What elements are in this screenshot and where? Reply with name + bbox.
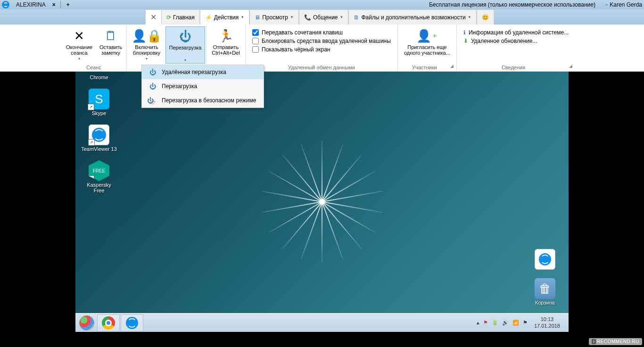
power-icon: ⏻ [179, 29, 191, 44]
user-label: − Karen Gerda [595, 1, 642, 8]
group-label-participants: Участники [399, 64, 450, 71]
teamviewer-icon [126, 317, 138, 329]
ribbon-group-info: ℹИнформация об удаленной системе... ⬇Уда… [457, 25, 575, 71]
desktop-icons-right: 🗑 Корзина [527, 249, 563, 306]
ribbon-group-session: ✕ Окончание сеанса▾ 🗒 Оставить заметку С… [61, 25, 127, 71]
person-add-icon: 👤＋ [416, 28, 438, 43]
taskbar-teamviewer[interactable] [121, 314, 143, 331]
home-icon: ⟳ [166, 14, 171, 21]
desktop-icon-recycle-bin[interactable]: 🗑 Корзина [527, 278, 563, 306]
desktop-icons-left: Chrome S↗ Skype ↗ TeamViewer 13 FREE↗ Ka… [81, 74, 117, 193]
windows-orb-icon [79, 315, 94, 330]
desktop-icon-teamviewer[interactable]: ↗ TeamViewer 13 [81, 124, 117, 152]
chevron-down-icon: ▼ [340, 15, 344, 19]
tray-volume-icon[interactable]: 🔊 [502, 320, 509, 326]
tray-flag-icon[interactable]: ⚑ [523, 320, 528, 326]
expand-info-icon[interactable]: ◢ [569, 64, 574, 71]
wallpaper-dandelion [251, 131, 393, 273]
kaspersky-icon: FREE↗ [89, 160, 109, 181]
enable-lock-button[interactable]: 👤🔒 Включить блокировку▾ [128, 26, 165, 64]
remote-desktop-view: Chrome S↗ Skype ↗ TeamViewer 13 FREE↗ Ka… [75, 72, 569, 332]
phone-icon: 📞 [304, 14, 311, 21]
tray-clock[interactable]: 10:13 17.01.2018 [531, 316, 563, 329]
teamviewer-logo-icon [2, 1, 9, 8]
taskbar: ▴ ⚑ 🔋 🔊 📶 ⚑ 10:13 17.01.2018 [75, 313, 569, 332]
expand-participants-icon[interactable]: ◢ [450, 64, 455, 71]
chevron-down-icon: ▼ [290, 15, 294, 19]
watermark: iRECOMMEND.RU [589, 338, 642, 345]
shortcut-arrow-icon: ↗ [88, 139, 95, 146]
leave-note-button[interactable]: 🗒 Оставить заметку [96, 26, 125, 64]
invite-participant-button[interactable]: 👤＋ Пригласить еще одного участника... [399, 26, 455, 64]
smiley-icon: 😊 [482, 14, 489, 21]
shield-power-icon: ⏻🛡 [149, 96, 157, 105]
tray-network-icon[interactable]: 📶 [512, 320, 519, 326]
power-icon: ⏻ [149, 82, 157, 91]
files-icon: 🗎 [354, 14, 359, 21]
ribbon-group-remote-input: Передавать сочетания клавиш Блокировать … [246, 25, 398, 71]
system-tray: ▴ ⚑ 🔋 🔊 📶 ⚑ 10:13 17.01.2018 [473, 316, 567, 329]
x-icon: ✕ [74, 28, 84, 43]
monitor-icon: 🖥 [255, 14, 260, 21]
dropdown-remote-reboot[interactable]: ⏻ Удалённая перезагрузка [142, 65, 264, 79]
dropdown-reboot[interactable]: ⏻ Перезагрузка [142, 79, 264, 93]
dropdown-safe-mode-reboot[interactable]: ⏻🛡 Перезагрузка в безопасном режиме [142, 93, 264, 107]
tab-communicate[interactable]: 📞 Общение ▼ [299, 9, 349, 25]
reboot-button[interactable]: ⏻ Перезагрузка▾ [165, 26, 205, 64]
group-label-remote-data: Удаленный обмен данными [247, 64, 396, 71]
desktop-icon-chrome[interactable]: Chrome [81, 74, 117, 80]
note-icon: 🗒 [105, 28, 117, 43]
toolbar-tabs: ✕ ⟳ Главная ⚡ Действия ▼ 🖥 Просмотр ▼ 📞 … [0, 9, 644, 25]
tab-view[interactable]: 🖥 Просмотр ▼ [249, 9, 299, 25]
power-icon: ⏻ [149, 68, 157, 76]
tray-battery-icon[interactable]: 🔋 [492, 320, 498, 326]
session-tab-name[interactable]: ALEXIRINA [12, 1, 50, 8]
titlebar: ALEXIRINA × + Бесплатная лицензия (тольк… [0, 0, 644, 9]
license-label: Бесплатная лицензия (только некоммерческ… [429, 1, 595, 8]
checkbox-black-screen[interactable]: Показывать чёрный экран [252, 46, 391, 53]
group-label-info: Сведения [458, 64, 569, 71]
end-session-button[interactable]: ✕ Окончание сеанса▾ [62, 26, 96, 64]
download-icon: ⬇ [463, 38, 468, 44]
tray-power-icon[interactable]: ⚑ [483, 320, 488, 326]
remote-system-info-button[interactable]: ℹИнформация об удаленной системе... [463, 29, 569, 36]
desktop-icon-skype[interactable]: S↗ Skype [81, 89, 117, 116]
taskbar-chrome[interactable] [97, 314, 120, 331]
desktop-icon-kaspersky[interactable]: FREE↗ Kaspersky Free [81, 160, 117, 193]
teamviewer-icon: ↗ [89, 124, 109, 145]
shortcut-arrow-icon: ↗ [88, 104, 94, 110]
tab-actions[interactable]: ⚡ Действия ▼ [200, 9, 250, 25]
recycle-bin-icon: 🗑 [535, 278, 555, 299]
add-tab-button[interactable]: + [63, 1, 74, 8]
teamviewer-panel-icon [535, 249, 555, 270]
tab-files[interactable]: 🗎 Файлы и дополнительные возможности ▼ [348, 9, 476, 25]
tab-home[interactable]: ⟳ Главная [161, 9, 200, 25]
remote-update-button[interactable]: ⬇Удаленное обновление... [463, 38, 569, 44]
chevron-down-icon: ▼ [240, 15, 244, 19]
chrome-icon [102, 316, 115, 330]
desktop-icon-teamviewer-panel[interactable] [527, 249, 563, 270]
reboot-dropdown: ⏻ Удалённая перезагрузка ⏻ Перезагрузка … [141, 65, 264, 108]
ribbon: ✕ Окончание сеанса▾ 🗒 Оставить заметку С… [0, 25, 644, 72]
tab-separator [60, 1, 61, 8]
shortcut-arrow-icon: ↗ [88, 175, 94, 182]
tab-feedback[interactable]: 😊 [477, 9, 494, 25]
info-icon: ℹ [463, 29, 466, 36]
lightning-icon: ⚡ [205, 14, 212, 21]
tray-up-icon[interactable]: ▴ [477, 320, 479, 326]
running-icon: 🏃 [218, 28, 233, 43]
ribbon-group-participants: 👤＋ Пригласить еще одного участника... Уч… [398, 25, 457, 71]
chevron-down-icon: ▼ [468, 15, 471, 19]
group-label-session: Сеанс [62, 64, 125, 71]
send-cad-button[interactable]: 🏃 Отправить Ctrl+Alt+Del [207, 26, 244, 64]
skype-icon: S↗ [89, 89, 109, 109]
checkbox-forward-keys[interactable]: Передавать сочетания клавиш [252, 29, 391, 36]
start-button[interactable] [77, 314, 96, 331]
close-toolbar-button[interactable]: ✕ [145, 9, 161, 25]
checkbox-block-input[interactable]: Блокировать средства ввода удаленной маш… [252, 38, 391, 44]
close-tab-button[interactable]: × [50, 1, 58, 8]
lock-icon: 👤🔒 [132, 28, 162, 43]
